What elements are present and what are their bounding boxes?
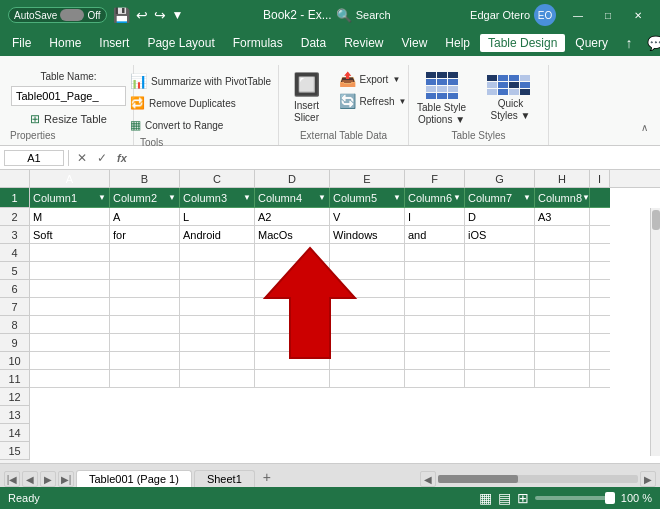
cell-g4[interactable] [465, 244, 535, 262]
normal-view-button[interactable]: ▦ [479, 490, 492, 506]
cell-f1[interactable]: Column6 ▼ [405, 188, 465, 208]
cell-e4[interactable] [330, 244, 405, 262]
scroll-left-button[interactable]: ◀ [420, 471, 436, 487]
col-header-a[interactable]: A [30, 170, 110, 187]
col-header-b[interactable]: B [110, 170, 180, 187]
cell-reference-box[interactable] [4, 150, 64, 166]
col-header-e[interactable]: E [330, 170, 405, 187]
autosave-badge[interactable]: AutoSave Off [8, 7, 107, 23]
cell-e1[interactable]: Column5 ▼ [330, 188, 405, 208]
cell-g2[interactable]: D [465, 208, 535, 226]
cell-c1[interactable]: Column3 ▼ [180, 188, 255, 208]
row-header-2[interactable]: 2 [0, 208, 30, 226]
menu-review[interactable]: Review [336, 34, 391, 52]
cell-g7[interactable] [465, 298, 535, 316]
redo-icon[interactable]: ↪ [154, 7, 166, 23]
cell-b11[interactable] [110, 370, 180, 388]
cell-b8[interactable] [110, 316, 180, 334]
search-icon[interactable]: 🔍 [336, 8, 352, 23]
cell-f11[interactable] [405, 370, 465, 388]
cell-a6[interactable] [30, 280, 110, 298]
cell-d11[interactable] [255, 370, 330, 388]
cell-d1[interactable]: Column4 ▼ [255, 188, 330, 208]
cell-g5[interactable] [465, 262, 535, 280]
row-header-11[interactable]: 11 [0, 370, 30, 388]
cell-d9[interactable] [255, 334, 330, 352]
page-layout-view-button[interactable]: ▤ [498, 490, 511, 506]
cell-e8[interactable] [330, 316, 405, 334]
col-header-g[interactable]: G [465, 170, 535, 187]
col4-dropdown-arrow[interactable]: ▼ [318, 193, 326, 202]
cell-f4[interactable] [405, 244, 465, 262]
col-header-h[interactable]: H [535, 170, 590, 187]
cell-h2[interactable]: A3 [535, 208, 590, 226]
remove-duplicates-button[interactable]: 🔁 Remove Duplicates [126, 93, 286, 113]
row-header-5[interactable]: 5 [0, 262, 30, 280]
resize-table-button[interactable]: ⊞ Resize Table [26, 110, 111, 128]
col6-dropdown-arrow[interactable]: ▼ [453, 193, 461, 202]
cell-a11[interactable] [30, 370, 110, 388]
cell-h1[interactable]: Column8 ▼ [535, 188, 590, 208]
add-sheet-button[interactable]: + [257, 467, 277, 487]
cell-g8[interactable] [465, 316, 535, 334]
cell-g10[interactable] [465, 352, 535, 370]
cell-e10[interactable] [330, 352, 405, 370]
cell-h3[interactable] [535, 226, 590, 244]
export-button[interactable]: 📤 Export ▼ [335, 69, 405, 89]
row-header-13[interactable]: 13 [0, 406, 30, 424]
maximize-button[interactable]: □ [594, 5, 622, 25]
cell-e3[interactable]: Windows [330, 226, 405, 244]
cell-h9[interactable] [535, 334, 590, 352]
cell-f6[interactable] [405, 280, 465, 298]
col2-dropdown-arrow[interactable]: ▼ [168, 193, 176, 202]
cell-d5[interactable] [255, 262, 330, 280]
cell-b6[interactable] [110, 280, 180, 298]
accept-formula-button[interactable]: ✓ [93, 149, 111, 167]
tab-next-button[interactable]: ▶ [40, 471, 56, 487]
insert-slicer-button[interactable]: 🔲 InsertSlicer [283, 69, 331, 127]
cell-d10[interactable] [255, 352, 330, 370]
cell-e7[interactable] [330, 298, 405, 316]
cell-b4[interactable] [110, 244, 180, 262]
cell-g9[interactable] [465, 334, 535, 352]
customize-icon[interactable]: ▼ [172, 8, 184, 22]
close-button[interactable]: ✕ [624, 5, 652, 25]
cell-h10[interactable] [535, 352, 590, 370]
col-header-i[interactable]: I [590, 170, 610, 187]
table-style-options-button[interactable]: Table StyleOptions ▼ [412, 70, 472, 128]
cell-c6[interactable] [180, 280, 255, 298]
col-header-d[interactable]: D [255, 170, 330, 187]
cell-b7[interactable] [110, 298, 180, 316]
cell-b10[interactable] [110, 352, 180, 370]
cell-a8[interactable] [30, 316, 110, 334]
cell-a1[interactable]: Column1 ▼ [30, 188, 110, 208]
fx-button[interactable]: fx [113, 149, 131, 167]
cell-b2[interactable]: A [110, 208, 180, 226]
cell-f3[interactable]: and [405, 226, 465, 244]
save-icon[interactable]: 💾 [113, 7, 130, 23]
cell-a7[interactable] [30, 298, 110, 316]
row-header-3[interactable]: 3 [0, 226, 30, 244]
cell-d8[interactable] [255, 316, 330, 334]
cell-h7[interactable] [535, 298, 590, 316]
tab-last-button[interactable]: ▶| [58, 471, 74, 487]
cell-e5[interactable] [330, 262, 405, 280]
row-header-10[interactable]: 10 [0, 352, 30, 370]
sheet-tab-table001[interactable]: Table001 (Page 1) [76, 470, 192, 487]
cell-h8[interactable] [535, 316, 590, 334]
cell-f2[interactable]: I [405, 208, 465, 226]
autosave-toggle[interactable] [60, 9, 84, 21]
cell-b9[interactable] [110, 334, 180, 352]
h-scrollbar-thumb[interactable] [438, 475, 518, 483]
menu-help[interactable]: Help [437, 34, 478, 52]
convert-range-button[interactable]: ▦ Convert to Range [126, 115, 286, 135]
cell-h6[interactable] [535, 280, 590, 298]
col-header-c[interactable]: C [180, 170, 255, 187]
cell-e11[interactable] [330, 370, 405, 388]
cell-g1[interactable]: Column7 ▼ [465, 188, 535, 208]
cell-d3[interactable]: MacOs [255, 226, 330, 244]
undo-icon[interactable]: ↩ [136, 7, 148, 23]
sheet-tab-sheet1[interactable]: Sheet1 [194, 470, 255, 487]
cell-f10[interactable] [405, 352, 465, 370]
row-header-6[interactable]: 6 [0, 280, 30, 298]
